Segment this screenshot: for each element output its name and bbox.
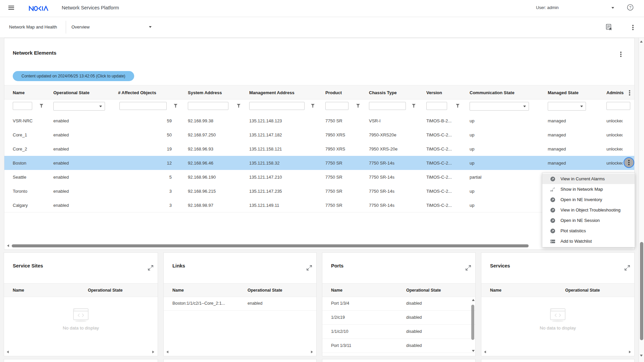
menu-item-view-in-object-troubleshooting[interactable]: View in Object Troubleshooting (542, 205, 635, 215)
filter-funnel-icon[interactable] (456, 104, 460, 108)
filter-funnel-icon[interactable] (237, 104, 240, 108)
column-header-product[interactable]: Product (325, 90, 342, 95)
table-row[interactable]: Calgary enabled 3 92.168.98.97 135.121.1… (4, 198, 634, 213)
scroll-left-icon[interactable] (484, 351, 486, 353)
filter-select-communication-state[interactable] (470, 102, 529, 111)
view-selector[interactable]: Overview (71, 24, 90, 29)
panel-row[interactable]: Port 1/3/4 disabled (322, 296, 475, 311)
filter-funnel-icon[interactable] (40, 104, 43, 108)
panel-column-operational-state[interactable]: Operational State (565, 288, 600, 293)
table-row[interactable]: Seattle enabled 5 92.168.96.190 135.121.… (4, 170, 634, 184)
scroll-left-icon[interactable] (166, 351, 168, 353)
column-header-operational-state[interactable]: Operational State (53, 90, 90, 95)
filter-input-chassis-type[interactable] (369, 102, 406, 110)
content-updated-banner[interactable]: Content updated on 2024/06/25 13:42:05 (… (13, 71, 134, 81)
cell-chassis-type: 7750 SR-14s (369, 175, 394, 180)
filter-funnel-icon[interactable] (174, 104, 177, 108)
filter-input-product[interactable] (325, 102, 348, 110)
expand-icon[interactable] (625, 265, 630, 270)
column-header-name[interactable]: Name (13, 90, 24, 95)
panel-row[interactable]: 1/2/c19 disabled (322, 310, 475, 325)
user-menu-caret-icon[interactable] (611, 7, 614, 9)
menu-item-plot-statistics[interactable]: Plot statistics (542, 226, 635, 236)
scroll-up-icon[interactable] (472, 299, 475, 301)
vertical-scroll-thumb[interactable] (640, 242, 643, 340)
scroll-left-icon[interactable] (7, 244, 9, 247)
filter-input-system-address[interactable] (188, 102, 228, 110)
scroll-left-icon[interactable] (7, 351, 9, 353)
view-selector-caret-icon[interactable] (149, 26, 152, 28)
cell-operational-state: enabled (248, 301, 263, 306)
table-row[interactable]: Core_2 enabled 19 92.168.96.93 135.121.1… (4, 142, 634, 156)
page-vertical-scrollbar[interactable] (639, 38, 644, 362)
panel-row[interactable]: Boston:1/1/c2/1--Core_2:1... enabled (164, 296, 316, 311)
panel-column-name[interactable]: Name (13, 288, 24, 293)
table-row[interactable]: Toronto enabled 3 92.168.96.215 135.121.… (4, 184, 634, 198)
cell-name: Toronto (13, 189, 27, 194)
panel-column-operational-state[interactable]: Operational State (248, 288, 282, 293)
breadcrumb[interactable]: Network Map and Health (9, 24, 57, 29)
toolbar-kebab-icon[interactable] (631, 24, 635, 31)
nokia-logo (29, 6, 49, 11)
scroll-right-icon[interactable] (311, 351, 313, 353)
column-header-affected-objects[interactable]: # Affected Objects (118, 90, 156, 95)
scroll-right-icon[interactable] (629, 351, 631, 353)
user-menu[interactable]: User: admin (536, 5, 558, 10)
menu-item-open-in-ne-session[interactable]: Open in NE Session (542, 215, 635, 226)
column-header-management-address[interactable]: Management Address (249, 90, 294, 95)
help-icon[interactable]: ? (627, 4, 634, 11)
network-elements-title: Network Elements (13, 50, 56, 56)
filter-input-version[interactable] (426, 102, 447, 110)
cell-chassis-type: 7950-XRS20e (369, 132, 396, 137)
table-row[interactable]: Core_1 enabled 50 92.168.97.250 135.121.… (4, 128, 634, 142)
filter-input-affected-objects[interactable] (119, 102, 167, 110)
panel-column-name[interactable]: Name (490, 288, 501, 293)
column-header-chassis-type[interactable]: Chassis Type (369, 90, 397, 95)
expand-icon[interactable] (307, 265, 312, 270)
filter-funnel-icon[interactable] (412, 104, 416, 108)
vertical-scroll-thumb[interactable] (471, 305, 474, 340)
scroll-up-icon[interactable] (640, 41, 643, 43)
cell-administrative-state: unlocked (606, 161, 623, 166)
ports-panel: Ports Name Operational State Port 1/3/4 … (322, 252, 476, 356)
column-header-administrative-state[interactable]: Adminis (606, 90, 624, 95)
filter-funnel-icon[interactable] (356, 104, 360, 108)
column-header-managed-state[interactable]: Managed State (548, 90, 579, 95)
network-elements-kebab-icon[interactable] (619, 51, 623, 58)
menu-item-view-in-current-alarms[interactable]: View in Current Alarms (542, 174, 635, 184)
menu-item-show-in-network-map[interactable]: Show in Network Map (542, 184, 635, 194)
horizontal-scroll-thumb[interactable] (12, 244, 529, 247)
table-row[interactable]: VSR-NRC enabled 59 92.168.99.38 135.121.… (4, 114, 634, 128)
menu-item-add-to-watchlist[interactable]: Add to Watchlist (542, 236, 635, 246)
filter-input-management-address[interactable] (249, 102, 305, 110)
menu-item-open-in-ne-inventory[interactable]: Open in NE Inventory (542, 194, 635, 205)
filter-select-operational-state[interactable] (53, 102, 105, 111)
table-horizontal-scrollbar[interactable] (4, 244, 634, 248)
column-header-system-address[interactable]: System Address (188, 90, 222, 95)
scroll-right-icon[interactable] (152, 351, 154, 353)
cell-affected-objects: 3 (118, 189, 172, 194)
panel-column-name[interactable]: Name (172, 288, 184, 293)
panel-row[interactable]: 1/1/c2/10 disabled (322, 324, 475, 339)
filter-input-name[interactable] (13, 102, 32, 110)
filter-select-managed-state[interactable] (548, 102, 586, 111)
panel-column-name[interactable]: Name (331, 288, 342, 293)
column-header-communication-state[interactable]: Communication State (470, 90, 515, 95)
row-actions-button[interactable] (624, 157, 634, 168)
expand-icon[interactable] (148, 265, 153, 270)
panel-row[interactable]: Port 1/3/11 disabled (322, 339, 475, 353)
filter-input-administrative-state[interactable] (606, 102, 630, 110)
column-header-version[interactable]: Version (426, 90, 442, 95)
filter-funnel-icon[interactable] (311, 104, 315, 108)
table-row-selected[interactable]: Boston enabled 12 92.168.96.46 135.121.1… (4, 156, 634, 170)
launch-icon (550, 176, 555, 182)
table-header-kebab-icon[interactable] (628, 89, 631, 97)
next-panel-stub (322, 359, 476, 362)
hamburger-menu-icon[interactable] (8, 6, 14, 11)
report-icon[interactable] (605, 24, 612, 31)
expand-icon[interactable] (466, 265, 471, 270)
scroll-down-icon[interactable] (472, 350, 475, 352)
panel-column-operational-state[interactable]: Operational State (406, 288, 441, 293)
scroll-down-icon[interactable] (640, 355, 643, 357)
panel-column-operational-state[interactable]: Operational State (88, 288, 123, 293)
